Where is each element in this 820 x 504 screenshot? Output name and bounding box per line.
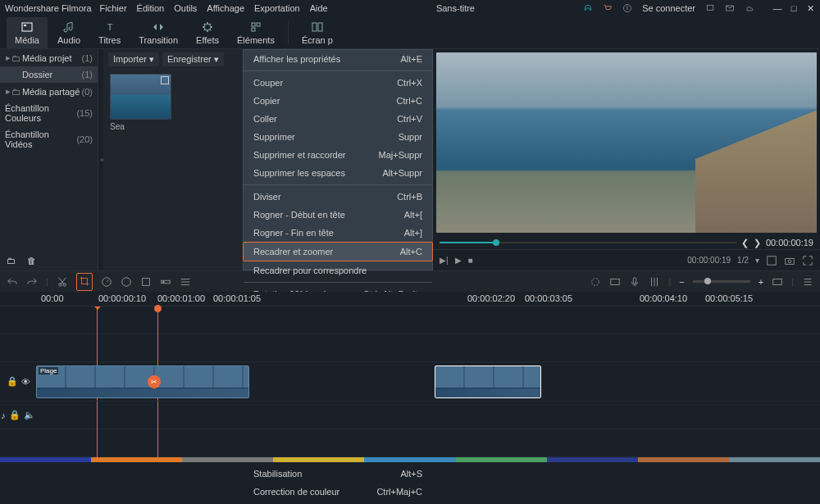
- greenscreen-icon[interactable]: [140, 276, 152, 288]
- mixer-icon[interactable]: [649, 276, 660, 288]
- cart-icon[interactable]: [603, 3, 613, 13]
- stop-icon[interactable]: ■: [468, 256, 473, 265]
- svg-rect-23: [611, 279, 620, 284]
- manage-tracks-icon[interactable]: [802, 276, 813, 288]
- tab-audio[interactable]: Audio: [49, 17, 89, 48]
- svg-rect-12: [768, 256, 777, 265]
- menu-item[interactable]: Recadrer pour correspondre: [244, 261, 432, 279]
- menu-item[interactable]: CopierCtrl+C: [244, 92, 432, 110]
- tab-splitscreen[interactable]: Écran p: [294, 17, 341, 48]
- eye-icon[interactable]: 👁: [21, 377, 30, 387]
- newfolder-icon[interactable]: 🗀: [7, 256, 16, 266]
- svg-rect-9: [252, 28, 255, 31]
- track-video[interactable]: 🔒👁 Plage: [0, 362, 820, 402]
- menu-item[interactable]: Correspondance des couleursAlt+M: [244, 501, 432, 504]
- app-name: Wondershare Filmora: [5, 3, 92, 13]
- menu-item[interactable]: Rogner - Fin en têteAlt+]: [244, 224, 432, 242]
- timeline-ruler[interactable]: 00:0000:00:00:1000:00:01:0000:00:01:0500…: [0, 292, 820, 306]
- crop-icon[interactable]: [76, 273, 93, 291]
- frame-prev-icon[interactable]: ❮: [741, 238, 749, 248]
- svg-point-14: [788, 260, 791, 263]
- play-prev-icon[interactable]: ▶|: [440, 256, 449, 265]
- zoom-in-icon[interactable]: +: [758, 277, 763, 287]
- ruler-tick: 00:00:03:05: [525, 293, 572, 303]
- tab-row: Média Audio TTitres Transition Effets Él…: [0, 16, 820, 49]
- present-icon[interactable]: [705, 3, 715, 13]
- tab-media[interactable]: Média: [7, 17, 48, 48]
- menu-item[interactable]: Correction de couleurCtrl+Maj+C: [244, 483, 432, 501]
- menu-item[interactable]: Supprimer et raccorderMaj+Suppr: [244, 146, 432, 164]
- cut-handle[interactable]: [148, 375, 161, 388]
- headset-icon[interactable]: [583, 3, 593, 13]
- mic-icon[interactable]: [629, 276, 640, 288]
- settings-icon[interactable]: [180, 276, 191, 288]
- window-close[interactable]: ✕: [805, 3, 815, 13]
- mute-icon[interactable]: 🔈: [24, 410, 35, 420]
- frame-next-icon[interactable]: ❯: [754, 238, 761, 248]
- fullscreen-icon[interactable]: [802, 255, 813, 266]
- sidebar-item-shared[interactable]: ▸🗀Média partagé(0): [0, 83, 98, 100]
- cloud-icon[interactable]: [745, 3, 754, 13]
- speed-icon[interactable]: [101, 276, 112, 288]
- window-maximize[interactable]: □: [789, 3, 799, 13]
- svg-rect-7: [252, 23, 255, 26]
- menu-item[interactable]: SupprimerSuppr: [244, 128, 432, 146]
- ruler-tick: 00:00:05:15: [705, 293, 753, 303]
- trash-icon[interactable]: 🗑: [27, 256, 36, 266]
- window-minimize[interactable]: —: [772, 3, 782, 13]
- track-audio[interactable]: ♪🔒🔈: [0, 402, 820, 429]
- svg-rect-2: [707, 5, 713, 10]
- undo-icon[interactable]: [7, 276, 18, 288]
- sidebar-item-colors[interactable]: Échantillon Couleurs(15): [0, 100, 98, 126]
- track-overlay[interactable]: [0, 306, 820, 334]
- zoom-slider[interactable]: [693, 280, 750, 283]
- track-icon[interactable]: [160, 276, 171, 288]
- track-overlay2[interactable]: [0, 334, 820, 362]
- lock-icon[interactable]: 🔒: [9, 410, 20, 420]
- menu-view[interactable]: Affichage: [207, 3, 244, 13]
- preview-ratio[interactable]: 1/2: [737, 256, 749, 265]
- tab-transition[interactable]: Transition: [130, 17, 186, 48]
- info-icon[interactable]: i: [622, 3, 632, 13]
- preview-progress[interactable]: [440, 242, 736, 243]
- record-icon[interactable]: [609, 276, 621, 288]
- play-icon[interactable]: ▶: [455, 256, 462, 265]
- sidebar-item-videos[interactable]: Échantillon Vidéos(20): [0, 126, 98, 152]
- menu-item[interactable]: Afficher les propriétésAlt+E: [244, 50, 432, 68]
- svg-rect-8: [257, 23, 260, 26]
- tab-elements[interactable]: Éléments: [229, 17, 283, 48]
- sidebar-item-folder[interactable]: Dossier(1): [0, 66, 98, 83]
- menu-file[interactable]: Fichier: [100, 3, 127, 13]
- import-button[interactable]: Importer▾: [108, 52, 159, 66]
- cut-icon[interactable]: [57, 276, 68, 288]
- menu-tools[interactable]: Outils: [174, 3, 197, 13]
- clip-1[interactable]: Plage: [36, 366, 249, 398]
- preview-video[interactable]: [436, 52, 817, 233]
- menu-edit[interactable]: Édition: [137, 3, 165, 13]
- menu-item[interactable]: CouperCtrl+X: [244, 74, 432, 92]
- color-icon[interactable]: [121, 276, 132, 288]
- menu-item[interactable]: Rogner - Début en têteAlt+[: [244, 206, 432, 224]
- zoom-out-icon[interactable]: −: [679, 277, 684, 287]
- menu-export[interactable]: Exportation: [254, 3, 300, 13]
- menu-item[interactable]: StabilisationAlt+S: [244, 465, 432, 483]
- save-button[interactable]: Enregistrer▾: [162, 52, 224, 66]
- sidebar-item-project[interactable]: ▸🗀Média projet(1): [0, 49, 98, 66]
- clip-2[interactable]: [435, 366, 541, 398]
- tab-titles[interactable]: TTitres: [90, 17, 129, 48]
- menu-item[interactable]: Recadrer et zoomerAlt+C: [243, 242, 433, 261]
- menu-help[interactable]: Aide: [310, 3, 328, 13]
- mail-icon[interactable]: [725, 3, 735, 13]
- media-thumb[interactable]: Sea: [110, 74, 171, 131]
- snapshot-icon[interactable]: [766, 255, 777, 266]
- lock-icon[interactable]: 🔒: [7, 376, 18, 387]
- menu-item[interactable]: DiviserCtrl+B: [244, 188, 432, 206]
- track-text[interactable]: [0, 429, 820, 457]
- tab-effects[interactable]: Effets: [188, 17, 227, 48]
- redo-icon[interactable]: [26, 276, 38, 288]
- zoomfit-icon[interactable]: [772, 276, 783, 288]
- marker-icon[interactable]: [590, 276, 601, 288]
- svg-rect-10: [312, 23, 317, 31]
- signin-link[interactable]: Se connecter: [642, 3, 695, 13]
- camera-icon[interactable]: [784, 255, 795, 266]
